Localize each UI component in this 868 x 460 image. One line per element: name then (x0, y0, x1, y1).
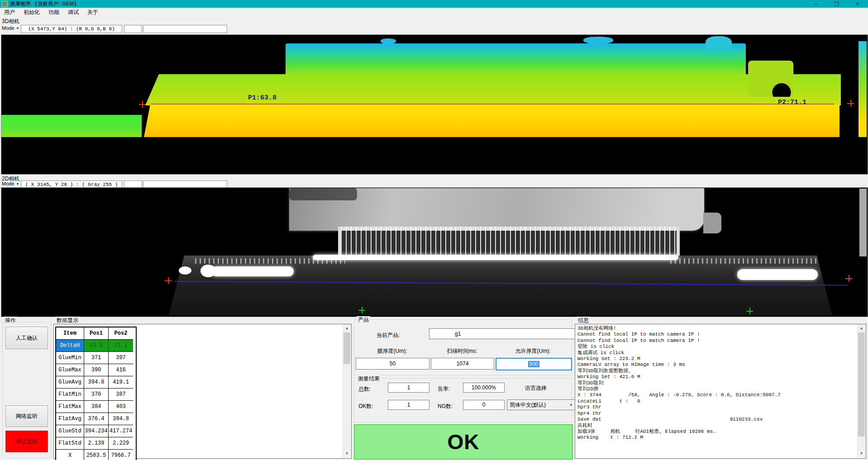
crosshair-marker-left (139, 101, 146, 108)
maximize-button[interactable]: ❐ (826, 0, 847, 8)
allow-thickness-input[interactable]: 500 (496, 358, 572, 370)
table-row[interactable]: GlueStd394.234417.274 (56, 425, 136, 437)
log-line: 3D相机没有网络! (577, 326, 856, 332)
log-line: LocateLi t : 0 (577, 398, 856, 404)
log-line: 等到3D取到 (577, 380, 856, 386)
ok-count-label: OK数: (358, 403, 373, 410)
heightmap-right-sliver (858, 41, 867, 137)
log-line: Working Set : 421.0 M (577, 374, 856, 380)
log-line: Save dat 9110233.csv (577, 417, 856, 422)
chevron-down-icon: ▼ (569, 403, 573, 407)
log-line: hpr3 thr (577, 404, 856, 410)
menu-debug[interactable]: 调试 (68, 9, 79, 16)
table-cell-pos2: 7966.7 (109, 450, 133, 460)
language-dropdown[interactable]: 简体中文(默认) ▼ (507, 399, 576, 410)
reflection-streak (313, 255, 678, 260)
table-row[interactable]: DeltaH63.871.1 (56, 340, 136, 352)
scroll-up-icon[interactable]: ▲ (858, 324, 865, 332)
table-cell-pos2: 403 (109, 401, 133, 413)
current-product-input[interactable]: g1 (429, 328, 595, 339)
ng-count-input[interactable]: 0 (463, 400, 505, 410)
data-table-rows: DeltaH63.871.1GlueMin371397GlueMax390416… (56, 340, 136, 460)
close-button[interactable]: ✕ (847, 0, 868, 8)
menu-about[interactable]: 关于 (87, 9, 98, 16)
table-cell-pos2: 394.8 (109, 413, 133, 425)
measurement-group-label: 测量结果 (357, 375, 381, 383)
table-cell-pos1: 2583.5 (84, 450, 109, 460)
heightmap-blob-2 (583, 37, 613, 44)
crosshair-marker-right (845, 275, 852, 282)
table-cell-item: GlueMin (56, 352, 84, 364)
table-cell-pos1: 394.8 (84, 376, 109, 389)
camera3d-label: 3D相机 (2, 18, 19, 25)
glue-pill-right (737, 269, 818, 280)
menu-function[interactable]: 功能 (48, 9, 59, 16)
crosshair-marker-left (165, 277, 172, 284)
table-row[interactable]: GlueAvg394.8419.1 (56, 376, 136, 389)
info-scrollbar[interactable]: ▲ ▼ (857, 324, 865, 457)
app-icon (2, 1, 8, 7)
camera3d-mode-dropdown[interactable]: Mode ▼ (2, 25, 19, 31)
fixture-base (169, 256, 832, 315)
green-crosshair-right (746, 308, 753, 314)
allow-thickness-label: 允许厚度(Um): (496, 347, 570, 355)
table-cell-pos2: 419.1 (109, 376, 133, 389)
table-cell-pos1: 63.8 (84, 340, 109, 352)
p1-measurement-annotation: P1:63.8 (248, 94, 277, 102)
mode-label: Mode (2, 181, 14, 186)
stop-listen-button[interactable]: 停止监听 (5, 431, 48, 452)
heightmap-blob-1 (381, 38, 396, 44)
table-row[interactable]: GlueMin371397 (56, 352, 136, 364)
network-listen-button[interactable]: 网络监听 (5, 405, 48, 427)
yield-label: 良率: (438, 385, 450, 393)
minimize-button[interactable]: – (806, 0, 826, 8)
scan-time-input[interactable]: 1074 (431, 358, 494, 370)
table-cell-pos1: 384 (84, 401, 109, 413)
heightmap-red-edge-line (151, 104, 834, 104)
table-row[interactable]: X2583.57966.7 (56, 450, 136, 460)
log-line: 加载3张 相机 行AOI检查, Elapsed 19296 ms. (577, 429, 856, 435)
scroll-up-icon[interactable]: ▲ (343, 324, 351, 332)
data-display-scrollbar[interactable]: ▲ ▼ (343, 324, 351, 457)
camera3d-viewport[interactable]: P1:63.8 P2:71.1 (1, 34, 868, 175)
ng-count-label: NG数: (438, 403, 453, 410)
camera2d-viewport[interactable] (1, 187, 868, 317)
table-cell-item: DeltaH (56, 340, 84, 352)
p2-measurement-annotation: P2:71.1 (778, 99, 806, 106)
scroll-down-icon[interactable]: ▼ (858, 450, 865, 457)
camera3d-readout-box2 (124, 25, 142, 33)
ok-count-input[interactable]: 1 (388, 400, 429, 410)
yield-input[interactable]: 100.000% (463, 383, 505, 393)
table-cell-item: GlueStd (56, 425, 84, 437)
data-table: Item Pos1 Pos2 DeltaH63.871.1GlueMin3713… (55, 327, 137, 460)
menu-user[interactable]: 用户 (4, 9, 15, 16)
log-line: X : 3744 /58, Angle : -0.279, Score : 0.… (577, 392, 856, 398)
table-row[interactable]: FlatAvg376.4394.8 (56, 413, 136, 425)
scan-time-label: 扫描时间ms: (431, 347, 493, 355)
total-input[interactable]: 1 (388, 383, 429, 393)
table-row[interactable]: GlueMax390416 (56, 364, 136, 376)
table-header-pos2: Pos2 (109, 327, 133, 340)
table-cell-item: FlatMax (56, 401, 84, 413)
manual-confirm-button[interactable]: 人工确认 (5, 327, 48, 349)
menu-init[interactable]: 初始化 (24, 9, 40, 16)
scrollbar-thumb[interactable] (858, 332, 865, 436)
table-row[interactable]: FlatStd2.1392.229 (56, 437, 136, 450)
log-line: 等到3D取到灰度图数据。 (577, 368, 856, 374)
log-line: 共耗时 (577, 423, 856, 429)
chevron-down-icon: ▼ (16, 182, 19, 185)
table-row[interactable]: FlatMin370387 (56, 389, 136, 401)
table-row[interactable]: FlatMax384403 (56, 401, 136, 413)
green-crosshair-left (358, 307, 365, 313)
table-cell-pos2: 417.274 (109, 425, 133, 437)
total-label: 总数: (358, 385, 371, 393)
camera3d-mode-bar: Mode ▼ (X 5473,Y 84) : (R 0,G 0,B 0) (0, 25, 868, 33)
camera2d-mode-dropdown[interactable]: Mode ▼ (2, 181, 19, 186)
glue-blob-small (179, 266, 191, 275)
scrollbar-thumb[interactable] (343, 332, 350, 364)
table-cell-pos1: 370 (84, 389, 109, 401)
table-cell-item: GlueAvg (56, 376, 84, 389)
scroll-down-icon[interactable]: ▼ (343, 450, 351, 457)
film-thickness-input[interactable]: 50 (356, 358, 429, 370)
table-cell-pos1: 2.139 (84, 437, 109, 450)
